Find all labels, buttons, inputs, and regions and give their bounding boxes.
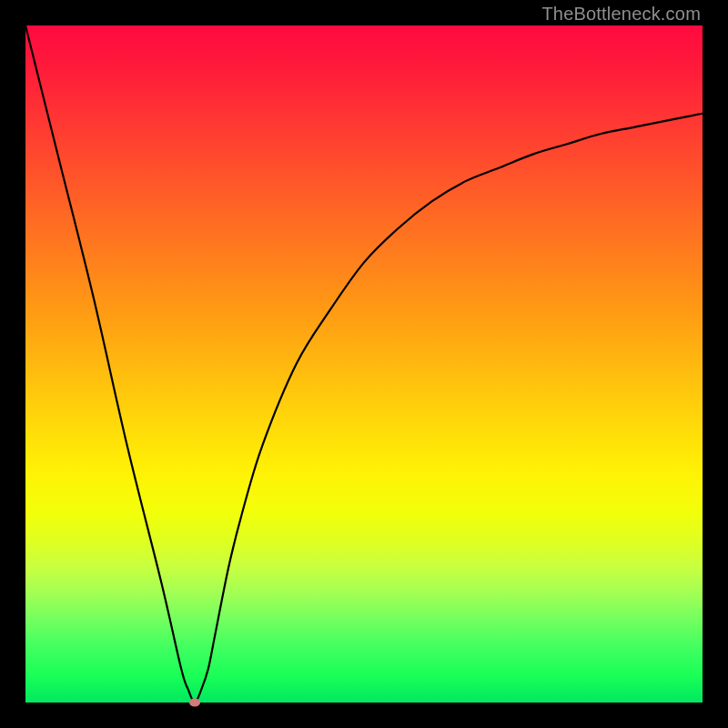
watermark-text: TheBottleneck.com <box>541 4 701 25</box>
chart-frame: TheBottleneck.com <box>0 0 728 728</box>
bottleneck-curve <box>25 25 703 703</box>
optimum-marker <box>189 699 200 707</box>
plot-area <box>25 25 703 703</box>
